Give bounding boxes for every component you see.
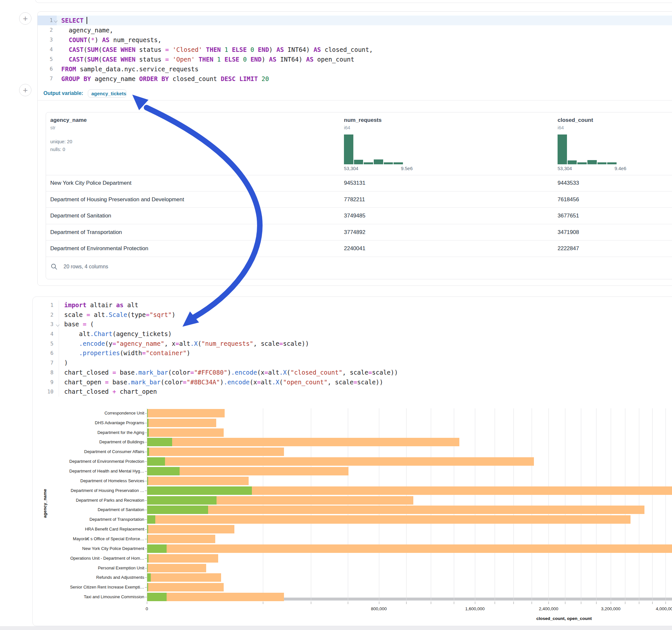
category-label: Department of Parks and Recreation [33, 498, 144, 503]
table-body: New York City Police Department945313194… [46, 175, 672, 257]
column-histogram [344, 135, 403, 164]
category-label: Operations Unit - Department of Hom… [33, 556, 144, 561]
table-cell: 9453131 [344, 175, 365, 191]
code-line[interactable]: 9chart_open = base.mark_bar(color="#8BC3… [33, 378, 672, 387]
histogram-max: 9.5e6 [401, 166, 413, 171]
code-text: ) [59, 358, 68, 368]
histogram-max: 9.4e6 [615, 166, 626, 171]
result-table: agency_name str unique: 20nulls: 0 num_r… [46, 112, 672, 280]
line-number: 1 [33, 300, 59, 310]
output-variable-pill[interactable]: agency_tickets [88, 90, 127, 98]
code-line[interactable]: 5 CAST(SUM(CASE WHEN status = 'Open' THE… [38, 54, 672, 64]
code-line[interactable]: 6FROM sample_data.nyc.service_requests [38, 64, 672, 74]
bar-open-count [147, 467, 179, 476]
histogram-bar [597, 162, 607, 164]
add-cell-button-top[interactable]: + [19, 12, 31, 25]
code-text: FROM sample_data.nyc.service_requests [57, 64, 198, 74]
table-row[interactable]: Department of Housing Preservation and D… [46, 192, 672, 208]
code-line[interactable]: 6 .properties(width="container") [33, 348, 672, 358]
axis-tick [145, 423, 147, 423]
table-cell: 3749485 [344, 208, 365, 224]
code-line[interactable]: 3 COUNT(*) AS num_requests, [38, 35, 672, 45]
code-text: chart_closed + chart_open [59, 387, 157, 397]
axis-tick [145, 519, 147, 520]
column-name: num_requests [344, 117, 413, 123]
table-cell: 7782211 [344, 192, 365, 208]
bar-open-count [147, 496, 217, 505]
python-editor[interactable]: 1import altair as alt2scale = alt.Scale(… [33, 297, 672, 398]
category-label: Department of Health and Mental Hyg… [33, 468, 144, 474]
code-line[interactable]: 1SELECT [38, 16, 672, 25]
code-line[interactable]: 10chart_closed + chart_open [33, 387, 672, 397]
axis-tick-label: 800,000 [360, 606, 399, 611]
gridline [666, 408, 666, 602]
bar-closed-count [147, 525, 234, 533]
table-row[interactable]: New York City Police Department945313194… [46, 175, 672, 192]
code-line[interactable]: 2 agency_name, [38, 25, 672, 35]
code-line[interactable]: 2scale = alt.Scale(type="sqrt") [33, 310, 672, 320]
code-line[interactable]: 7) [33, 358, 672, 368]
bar-open-count [147, 525, 148, 533]
table-cell: 3471908 [557, 224, 579, 240]
bar-open-count [147, 477, 148, 485]
bar-closed-count [147, 419, 216, 427]
histogram-min: 53,304 [344, 166, 358, 171]
table-dimensions: 20 rows, 4 columns [64, 264, 108, 270]
category-label: Department for the Aging [33, 430, 144, 435]
code-line[interactable]: 7GROUP BY agency_name ORDER BY closed_co… [38, 74, 672, 83]
category-label: HRA Benefit Card Replacement [33, 527, 144, 532]
category-label: Department of Consumer Affairs [33, 449, 144, 454]
column-header-num-requests[interactable]: num_requests i64 53,304 9.5e6 [344, 117, 413, 171]
axis-tick [145, 510, 147, 510]
line-number: 7 [38, 74, 57, 83]
histogram-bar [354, 160, 363, 164]
code-line[interactable]: 5 .encode(y="agency_name", x=alt.X("num_… [33, 339, 672, 349]
fold-chevron-icon[interactable] [56, 323, 59, 327]
bar-closed-count [147, 535, 215, 543]
code-line[interactable]: 4 CAST(SUM(CASE WHEN status = 'Closed' T… [38, 45, 672, 54]
axis-tick [549, 602, 549, 604]
gridline [263, 408, 263, 602]
code-line[interactable]: 1import altair as alt [33, 300, 672, 310]
category-label: Refunds and Adjustments [33, 575, 144, 580]
add-cell-button-middle[interactable]: + [19, 84, 31, 96]
axis-tick [145, 549, 147, 549]
axis-tick [145, 433, 147, 433]
bar-open-count [147, 486, 252, 495]
search-icon[interactable] [51, 263, 58, 270]
category-label: Department of Transportation [33, 517, 144, 522]
category-label: Department of Housing Preservation … [33, 488, 144, 493]
category-label: Department of Homeless Services [33, 478, 144, 484]
code-line[interactable]: 4 alt.Chart(agency_tickets) [33, 329, 672, 339]
code-line[interactable]: 3base = ( [33, 319, 672, 329]
bar-closed-count [147, 409, 225, 417]
table-row[interactable]: Department of Transportation377489234719… [46, 224, 672, 241]
axis-tick [145, 529, 147, 530]
axis-tick [145, 597, 147, 597]
axis-tick-label: 2,400,000 [529, 606, 568, 611]
line-number: 10 [33, 387, 59, 397]
chart-horizontal-scrollbar[interactable] [147, 598, 672, 601]
category-label: Senior Citizen Rent Increase Exempti… [33, 585, 144, 590]
column-header-agency-name[interactable]: agency_name str unique: 20nulls: 0 [50, 117, 87, 153]
axis-tick [145, 558, 147, 559]
bar-closed-count [147, 554, 218, 563]
axis-tick-label: 4,000,000 [646, 606, 672, 611]
table-row[interactable]: Department of Sanitation37494853677651 [46, 208, 672, 224]
column-name: closed_count [557, 117, 626, 123]
axis-tick [145, 568, 147, 568]
gridline [625, 408, 625, 602]
table-row[interactable]: Department of Environmental Protection22… [46, 240, 672, 257]
line-number: 7 [33, 358, 59, 368]
line-number: 5 [33, 339, 59, 349]
column-name: agency_name [50, 117, 87, 123]
column-header-closed-count[interactable]: closed_count i64 53,304 9.4e6 [557, 117, 626, 171]
histogram-bar [374, 160, 383, 164]
gridline [513, 408, 514, 602]
sql-editor[interactable]: 1SELECT2 agency_name,3 COUNT(*) AS num_r… [38, 12, 672, 89]
gridline [611, 408, 611, 602]
axis-tick [348, 602, 348, 604]
code-line[interactable]: 8chart_closed = base.mark_bar(color="#FF… [33, 368, 672, 378]
code-text: CAST(SUM(CASE WHEN status = 'Open' THEN … [57, 54, 354, 64]
gridline [596, 408, 597, 602]
